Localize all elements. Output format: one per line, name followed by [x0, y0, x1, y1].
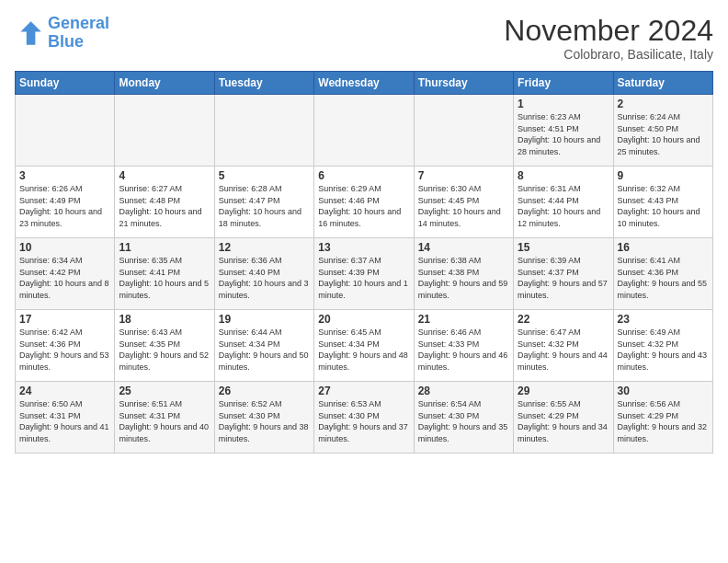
cell-1-2: 5Sunrise: 6:28 AM Sunset: 4:47 PM Daylig… [214, 167, 313, 238]
cell-1-6: 9Sunrise: 6:32 AM Sunset: 4:43 PM Daylig… [613, 167, 712, 238]
cell-2-4: 14Sunrise: 6:38 AM Sunset: 4:38 PM Dayli… [414, 238, 513, 310]
col-saturday: Saturday [613, 72, 712, 95]
week-row-0: 1Sunrise: 6:23 AM Sunset: 4:51 PM Daylig… [16, 95, 713, 167]
day-number: 21 [418, 313, 509, 326]
day-info: Sunrise: 6:29 AM Sunset: 4:46 PM Dayligh… [318, 183, 409, 229]
col-wednesday: Wednesday [314, 72, 414, 95]
logo-icon [15, 18, 44, 48]
day-number: 4 [119, 169, 210, 182]
day-number: 1 [518, 98, 609, 110]
day-number: 9 [618, 169, 709, 182]
day-info: Sunrise: 6:39 AM Sunset: 4:37 PM Dayligh… [518, 255, 609, 301]
day-number: 2 [618, 98, 709, 110]
col-tuesday: Tuesday [214, 72, 313, 95]
day-number: 18 [119, 313, 210, 326]
day-number: 10 [19, 241, 110, 254]
cell-2-1: 11Sunrise: 6:35 AM Sunset: 4:41 PM Dayli… [115, 238, 214, 310]
cell-1-1: 4Sunrise: 6:27 AM Sunset: 4:48 PM Daylig… [115, 167, 214, 238]
cell-0-4 [414, 95, 513, 167]
day-info: Sunrise: 6:26 AM Sunset: 4:49 PM Dayligh… [19, 183, 110, 229]
cell-2-0: 10Sunrise: 6:34 AM Sunset: 4:42 PM Dayli… [16, 238, 115, 310]
day-number: 11 [119, 241, 210, 254]
week-row-4: 24Sunrise: 6:50 AM Sunset: 4:31 PM Dayli… [16, 382, 713, 454]
cell-3-4: 21Sunrise: 6:46 AM Sunset: 4:33 PM Dayli… [414, 310, 513, 382]
cell-0-3 [314, 95, 414, 167]
day-number: 19 [219, 313, 310, 326]
day-info: Sunrise: 6:41 AM Sunset: 4:36 PM Dayligh… [618, 255, 709, 301]
day-number: 25 [119, 385, 210, 397]
day-info: Sunrise: 6:24 AM Sunset: 4:50 PM Dayligh… [618, 111, 709, 157]
week-row-3: 17Sunrise: 6:42 AM Sunset: 4:36 PM Dayli… [16, 310, 713, 382]
cell-4-6: 30Sunrise: 6:56 AM Sunset: 4:29 PM Dayli… [613, 382, 712, 454]
day-number: 22 [518, 313, 609, 326]
day-number: 13 [318, 241, 409, 254]
day-info: Sunrise: 6:52 AM Sunset: 4:30 PM Dayligh… [219, 398, 310, 444]
cell-2-2: 12Sunrise: 6:36 AM Sunset: 4:40 PM Dayli… [214, 238, 313, 310]
day-number: 28 [418, 385, 509, 397]
main-title: November 2024 [504, 15, 713, 47]
day-number: 3 [19, 169, 110, 182]
cell-2-5: 15Sunrise: 6:39 AM Sunset: 4:37 PM Dayli… [514, 238, 613, 310]
day-number: 20 [318, 313, 409, 326]
day-number: 7 [418, 169, 509, 182]
day-number: 29 [518, 385, 609, 397]
day-info: Sunrise: 6:53 AM Sunset: 4:30 PM Dayligh… [318, 398, 409, 444]
cell-1-0: 3Sunrise: 6:26 AM Sunset: 4:49 PM Daylig… [16, 167, 115, 238]
day-number: 12 [219, 241, 310, 254]
cell-4-3: 27Sunrise: 6:53 AM Sunset: 4:30 PM Dayli… [314, 382, 414, 454]
header: General Blue November 2024 Colobraro, Ba… [15, 15, 713, 62]
col-thursday: Thursday [414, 72, 513, 95]
day-number: 15 [518, 241, 609, 254]
cell-3-1: 18Sunrise: 6:43 AM Sunset: 4:35 PM Dayli… [115, 310, 214, 382]
col-friday: Friday [514, 72, 613, 95]
page: General Blue November 2024 Colobraro, Ba… [0, 0, 728, 563]
day-info: Sunrise: 6:50 AM Sunset: 4:31 PM Dayligh… [19, 398, 110, 444]
day-info: Sunrise: 6:30 AM Sunset: 4:45 PM Dayligh… [418, 183, 509, 229]
week-row-2: 10Sunrise: 6:34 AM Sunset: 4:42 PM Dayli… [16, 238, 713, 310]
day-info: Sunrise: 6:46 AM Sunset: 4:33 PM Dayligh… [418, 327, 509, 373]
col-monday: Monday [115, 72, 214, 95]
calendar-table: Sunday Monday Tuesday Wednesday Thursday… [15, 71, 713, 454]
day-info: Sunrise: 6:37 AM Sunset: 4:39 PM Dayligh… [318, 255, 409, 301]
day-number: 17 [19, 313, 110, 326]
day-info: Sunrise: 6:43 AM Sunset: 4:35 PM Dayligh… [119, 327, 210, 373]
day-number: 6 [318, 169, 409, 182]
day-info: Sunrise: 6:34 AM Sunset: 4:42 PM Dayligh… [19, 255, 110, 301]
cell-1-4: 7Sunrise: 6:30 AM Sunset: 4:45 PM Daylig… [414, 167, 513, 238]
day-info: Sunrise: 6:32 AM Sunset: 4:43 PM Dayligh… [618, 183, 709, 229]
day-info: Sunrise: 6:28 AM Sunset: 4:47 PM Dayligh… [219, 183, 310, 229]
day-number: 30 [618, 385, 709, 397]
day-info: Sunrise: 6:31 AM Sunset: 4:44 PM Dayligh… [518, 183, 609, 229]
day-info: Sunrise: 6:56 AM Sunset: 4:29 PM Dayligh… [618, 398, 709, 444]
header-row: Sunday Monday Tuesday Wednesday Thursday… [16, 72, 713, 95]
day-info: Sunrise: 6:54 AM Sunset: 4:30 PM Dayligh… [418, 398, 509, 444]
cell-4-2: 26Sunrise: 6:52 AM Sunset: 4:30 PM Dayli… [214, 382, 313, 454]
svg-marker-0 [20, 21, 40, 45]
col-sunday: Sunday [16, 72, 115, 95]
subtitle: Colobraro, Basilicate, Italy [504, 47, 713, 62]
cell-3-2: 19Sunrise: 6:44 AM Sunset: 4:34 PM Dayli… [214, 310, 313, 382]
day-number: 16 [618, 241, 709, 254]
day-info: Sunrise: 6:35 AM Sunset: 4:41 PM Dayligh… [119, 255, 210, 301]
calendar-body: 1Sunrise: 6:23 AM Sunset: 4:51 PM Daylig… [16, 95, 713, 454]
day-number: 23 [618, 313, 709, 326]
day-number: 26 [219, 385, 310, 397]
cell-1-3: 6Sunrise: 6:29 AM Sunset: 4:46 PM Daylig… [314, 167, 414, 238]
cell-0-0 [16, 95, 115, 167]
day-number: 8 [518, 169, 609, 182]
cell-3-6: 23Sunrise: 6:49 AM Sunset: 4:32 PM Dayli… [613, 310, 712, 382]
day-info: Sunrise: 6:45 AM Sunset: 4:34 PM Dayligh… [318, 327, 409, 373]
title-block: November 2024 Colobraro, Basilicate, Ita… [504, 15, 713, 62]
cell-4-4: 28Sunrise: 6:54 AM Sunset: 4:30 PM Dayli… [414, 382, 513, 454]
cell-4-0: 24Sunrise: 6:50 AM Sunset: 4:31 PM Dayli… [16, 382, 115, 454]
day-info: Sunrise: 6:55 AM Sunset: 4:29 PM Dayligh… [518, 398, 609, 444]
cell-0-1 [115, 95, 214, 167]
cell-1-5: 8Sunrise: 6:31 AM Sunset: 4:44 PM Daylig… [514, 167, 613, 238]
logo-text: General Blue [48, 15, 109, 52]
day-info: Sunrise: 6:44 AM Sunset: 4:34 PM Dayligh… [219, 327, 310, 373]
cell-3-3: 20Sunrise: 6:45 AM Sunset: 4:34 PM Dayli… [314, 310, 414, 382]
day-info: Sunrise: 6:36 AM Sunset: 4:40 PM Dayligh… [219, 255, 310, 301]
day-info: Sunrise: 6:38 AM Sunset: 4:38 PM Dayligh… [418, 255, 509, 301]
day-info: Sunrise: 6:23 AM Sunset: 4:51 PM Dayligh… [518, 111, 609, 157]
cell-4-5: 29Sunrise: 6:55 AM Sunset: 4:29 PM Dayli… [514, 382, 613, 454]
